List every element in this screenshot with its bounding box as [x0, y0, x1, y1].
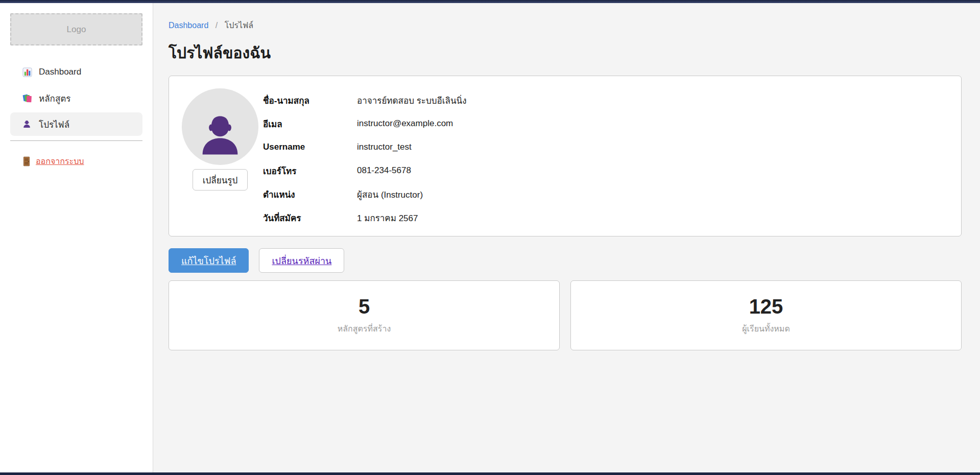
edit-profile-button[interactable]: แก้ไขโปรไฟล์: [169, 248, 249, 273]
stat-card-learners: 125 ผู้เรียนทั้งหมด: [570, 280, 962, 350]
main-content: Dashboard / โปรไฟล์ โปรไฟล์ของฉัน เปลี่ย…: [153, 3, 980, 472]
bar-chart-icon: [22, 67, 32, 77]
field-label-username: Username: [263, 142, 357, 152]
logo-placeholder: Logo: [10, 13, 142, 45]
field-value-register-date: 1 มกราคม 2567: [357, 211, 418, 225]
profile-field-row: อีเมล instructor@example.com: [263, 112, 946, 135]
stat-card-courses: 5 หลักสูตรที่สร้าง: [169, 280, 560, 350]
stat-value-courses: 5: [358, 296, 370, 317]
sidebar: Logo Dashboard: [0, 3, 153, 472]
stat-label-learners: ผู้เรียนทั้งหมด: [742, 322, 790, 335]
window-bottom-bar: [0, 472, 980, 475]
profile-card: เปลี่ยนรูป ชื่อ-นามสกุล อาจารย์ทดสอบ ระบ…: [169, 76, 962, 236]
logout-link[interactable]: ออกจากระบบ: [22, 155, 84, 168]
profile-details: ชื่อ-นามสกุล อาจารย์ทดสอบ ระบบอีเลินนิ่ง…: [263, 88, 946, 228]
profile-field-row: ตำแหน่ง ผู้สอน (Instructor): [263, 182, 946, 206]
breadcrumb: Dashboard / โปรไฟล์: [169, 20, 962, 31]
field-value-position: ผู้สอน (Instructor): [357, 187, 423, 201]
books-icon: [22, 93, 32, 103]
field-value-name: อาจารย์ทดสอบ ระบบอีเลินนิ่ง: [357, 93, 467, 107]
stats-row: 5 หลักสูตรที่สร้าง 125 ผู้เรียนทั้งหมด: [169, 280, 962, 350]
sidebar-item-label: โปรไฟล์: [39, 117, 69, 131]
field-value-username: instructor_test: [357, 142, 412, 152]
sidebar-divider: [10, 140, 142, 141]
field-label-position: ตำแหน่ง: [263, 187, 357, 201]
breadcrumb-separator: /: [216, 21, 218, 30]
stat-value-learners: 125: [749, 296, 783, 317]
sidebar-nav: Dashboard หลักสูตร: [10, 60, 142, 136]
logout-label: ออกจากระบบ: [36, 155, 84, 168]
field-label-register-date: วันที่สมัคร: [263, 211, 357, 225]
profile-field-row: วันที่สมัคร 1 มกราคม 2567: [263, 206, 946, 229]
sidebar-item-courses[interactable]: หลักสูตร: [10, 86, 142, 110]
sidebar-item-label: Dashboard: [39, 67, 81, 77]
profile-field-row: เบอร์โทร 081-234-5678: [263, 159, 946, 182]
field-label-phone: เบอร์โทร: [263, 164, 357, 178]
sidebar-item-label: หลักสูตร: [39, 91, 70, 105]
logo-text: Logo: [67, 25, 86, 35]
change-photo-button[interactable]: เปลี่ยนรูป: [193, 169, 248, 191]
action-buttons: แก้ไขโปรไฟล์ เปลี่ยนรหัสผ่าน: [169, 248, 962, 273]
profile-field-row: Username instructor_test: [263, 135, 946, 159]
breadcrumb-current: โปรไฟล์: [225, 21, 254, 30]
field-label-name: ชื่อ-นามสกุล: [263, 93, 357, 107]
avatar: [182, 88, 258, 165]
field-value-phone: 081-234-5678: [357, 165, 411, 176]
change-password-button[interactable]: เปลี่ยนรหัสผ่าน: [259, 248, 344, 273]
page-title: โปรไฟล์ของฉัน: [169, 42, 962, 64]
profile-field-row: ชื่อ-นามสกุล อาจารย์ทดสอบ ระบบอีเลินนิ่ง: [263, 88, 946, 112]
stat-label-courses: หลักสูตรที่สร้าง: [338, 322, 391, 335]
sidebar-item-profile[interactable]: โปรไฟล์: [10, 112, 142, 136]
door-icon: [22, 156, 31, 167]
person-silhouette-icon: [198, 112, 242, 156]
field-value-email: instructor@example.com: [357, 118, 453, 129]
avatar-column: เปลี่ยนรูป: [182, 88, 258, 228]
person-icon: [22, 120, 32, 129]
breadcrumb-dashboard-link[interactable]: Dashboard: [169, 21, 208, 30]
app-frame: Logo Dashboard: [0, 3, 980, 472]
sidebar-item-dashboard[interactable]: Dashboard: [10, 60, 142, 84]
field-label-email: อีเมล: [263, 117, 357, 131]
